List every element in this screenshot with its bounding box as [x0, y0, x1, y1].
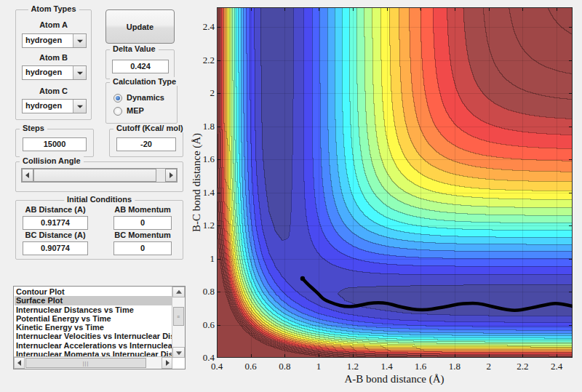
slider-thumb[interactable] — [33, 169, 156, 182]
delta-value-title: Delta Value — [110, 44, 159, 53]
atom-b-dropdown[interactable]: hydrogen — [22, 65, 87, 80]
bc-distance-label: BC Distance (A) — [23, 231, 88, 239]
hscroll-thumb[interactable]: ||| — [25, 358, 146, 368]
ab-distance-field[interactable]: 0.91774 — [23, 216, 88, 230]
y-tick-label: 1.8 — [203, 121, 215, 132]
x-tick-label: 1.8 — [449, 361, 461, 372]
initial-conditions-group: Initial Conditions AB Distance (A) AB Mo… — [15, 200, 183, 260]
chevron-down-icon — [77, 72, 83, 75]
y-axis-label: B-C bond distance (Å) — [191, 133, 203, 232]
scroll-down-button[interactable] — [172, 347, 185, 358]
atom-c-label: Atom C — [16, 87, 91, 95]
vertical-scrollbar[interactable]: ≡ — [172, 287, 185, 358]
contour-plot-canvas[interactable] — [217, 7, 573, 358]
x-tick-label: 0.6 — [245, 361, 257, 372]
atom-a-dropdown[interactable]: hydrogen — [22, 33, 87, 48]
bc-momentum-field[interactable]: 0 — [113, 241, 172, 255]
atom-c-dropdown[interactable]: hydrogen — [22, 99, 87, 113]
x-tick-label: 0.8 — [279, 361, 290, 372]
atom-c-dropdown-button[interactable] — [73, 100, 86, 113]
x-tick-label: 1 — [316, 361, 322, 372]
atom-types-title: Atom Types — [28, 4, 79, 13]
steps-group: Steps 15000 — [15, 129, 94, 157]
delta-value-group: Delta Value 0.424 — [105, 49, 175, 79]
atom-types-group: Atom Types Atom A hydrogen Atom B hydrog… — [15, 9, 92, 120]
list-item[interactable]: Kinetic Energy vs Time — [15, 323, 172, 332]
bc-momentum-label: BC Momentum — [113, 231, 172, 239]
scroll-up-button[interactable] — [172, 287, 185, 297]
grip-icon: ≡ — [177, 314, 180, 319]
x-tick-label: 2.2 — [517, 361, 528, 372]
x-tick-label: 1.6 — [415, 361, 426, 372]
update-button[interactable]: Update — [105, 9, 175, 44]
collision-angle-group: Collision Angle — [15, 161, 183, 192]
plot-type-list: Contour PlotSurface PlotInternuclear Dis… — [15, 287, 172, 357]
scroll-left-button[interactable] — [14, 357, 25, 369]
arrow-left-icon — [17, 360, 21, 366]
list-item[interactable]: Internuclear Distances vs Time — [15, 305, 172, 314]
delta-value-field[interactable]: 0.424 — [112, 60, 169, 73]
y-tick-label: 0.6 — [203, 319, 215, 331]
ab-distance-label: AB Distance (A) — [23, 205, 88, 214]
cutoff-group: Cutoff (Kcal/ mol) -20 — [109, 129, 183, 157]
y-tick-label: 1 — [210, 253, 215, 265]
ab-momentum-field[interactable]: 0 — [113, 216, 172, 230]
list-item[interactable]: Contour Plot — [15, 287, 172, 296]
y-tick-label: 1.2 — [203, 220, 215, 231]
atom-b-dropdown-button[interactable] — [73, 66, 86, 79]
atom-a-label: Atom A — [16, 20, 91, 29]
chevron-down-icon — [77, 40, 83, 43]
grip-icon: ||| — [83, 361, 89, 366]
arrow-down-icon — [176, 351, 182, 355]
list-item[interactable]: Surface Plot — [15, 296, 172, 305]
figure-area: A-B bond distance (Å) B-C bond distance … — [189, 0, 582, 392]
slider-right-arrow[interactable] — [165, 169, 177, 182]
radio-dynamics-icon[interactable] — [113, 94, 122, 103]
plot-type-listbox[interactable]: Contour PlotSurface PlotInternuclear Dis… — [13, 286, 186, 369]
arrow-right-icon — [170, 172, 173, 178]
y-tick-label: 2 — [210, 87, 215, 99]
y-tick-label: 0.4 — [203, 352, 215, 364]
y-tick-label: 2.4 — [203, 21, 215, 33]
initial-conditions-title: Initial Conditions — [64, 195, 135, 204]
steps-title: Steps — [20, 124, 47, 132]
x-axis-label: A-B bond distance (Å) — [344, 373, 444, 385]
collision-angle-slider[interactable] — [21, 168, 178, 183]
y-tick-label: 1.6 — [203, 153, 215, 165]
radio-mep-label: MEP — [127, 106, 144, 115]
collision-angle-title: Collision Angle — [20, 156, 84, 165]
calculation-type-title: Calculation Type — [110, 77, 179, 86]
atom-b-label: Atom B — [16, 53, 91, 62]
list-item[interactable]: Internuclear Velocities vs Internuclear … — [15, 332, 172, 340]
radio-dynamics-label: Dynamics — [127, 93, 164, 102]
arrow-right-icon — [166, 360, 170, 366]
y-tick-label: 0.8 — [203, 286, 215, 297]
steps-field[interactable]: 15000 — [23, 137, 87, 151]
arrow-up-icon — [176, 289, 182, 293]
bc-distance-field[interactable]: 0.90774 — [23, 241, 88, 255]
x-tick-label: 1.4 — [380, 361, 392, 372]
horizontal-scrollbar[interactable]: ||| — [14, 356, 172, 369]
slider-left-arrow[interactable] — [22, 169, 33, 182]
x-tick-label: 2.4 — [551, 361, 562, 372]
y-tick-label: 2.2 — [203, 55, 215, 66]
ab-momentum-label: AB Momentum — [113, 205, 172, 214]
atom-b-value: hydrogen — [25, 68, 62, 76]
radio-mep-icon[interactable] — [113, 107, 122, 116]
chevron-down-icon — [77, 105, 83, 108]
vscroll-thumb[interactable]: ≡ — [173, 307, 184, 326]
scroll-right-button[interactable] — [162, 357, 172, 369]
list-item[interactable]: Internuclear Accelerations vs Internucle… — [15, 341, 172, 350]
arrow-left-icon — [25, 172, 29, 178]
atom-c-value: hydrogen — [25, 101, 62, 110]
update-button-label: Update — [106, 23, 174, 31]
cutoff-title: Cutoff (Kcal/ mol) — [113, 124, 186, 132]
app-window: Atom Types Atom A hydrogen Atom B hydrog… — [0, 0, 582, 392]
atom-a-value: hydrogen — [25, 36, 62, 44]
x-tick-label: 1.2 — [347, 361, 359, 372]
x-tick-label: 2 — [486, 361, 491, 372]
cutoff-field[interactable]: -20 — [116, 137, 176, 151]
list-item[interactable]: Potential Energy vs Time — [15, 314, 172, 323]
atom-a-dropdown-button[interactable] — [73, 34, 86, 47]
y-tick-label: 1.4 — [203, 187, 215, 199]
